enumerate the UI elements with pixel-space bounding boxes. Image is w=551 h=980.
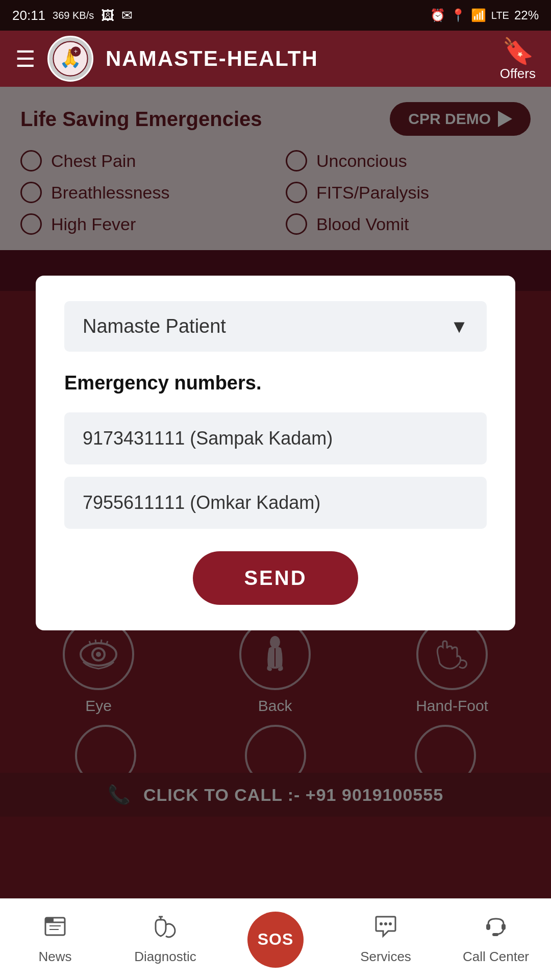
svg-point-22 bbox=[389, 922, 392, 925]
status-location-icon: 📍 bbox=[450, 8, 466, 22]
send-button[interactable]: SEND bbox=[193, 551, 358, 605]
sos-button[interactable]: SOS bbox=[247, 912, 304, 968]
offers-label: Offers bbox=[500, 66, 536, 82]
bookmark-icon[interactable]: 🔖 bbox=[502, 36, 534, 66]
hamburger-icon[interactable]: ☰ bbox=[15, 46, 35, 72]
dropdown-arrow-icon: ▼ bbox=[450, 316, 468, 337]
nav-item-news[interactable]: News bbox=[0, 915, 110, 965]
nav-item-call-center[interactable]: Call Center bbox=[441, 915, 551, 965]
emergency-numbers-title: Emergency numbers. bbox=[64, 372, 487, 394]
patient-dropdown[interactable]: Namaste Patient ▼ bbox=[64, 301, 487, 352]
svg-text:+: + bbox=[74, 48, 78, 55]
nav-label-services: Services bbox=[360, 949, 411, 965]
svg-rect-17 bbox=[45, 918, 54, 922]
services-icon bbox=[374, 915, 397, 944]
status-signal-icon: 📶 bbox=[471, 8, 486, 22]
status-bar: 20:11 369 KB/s 🖼 ✉ ⏰ 📍 📶 LTE 22% bbox=[0, 0, 551, 31]
sos-label: SOS bbox=[258, 930, 294, 949]
diagnostic-icon bbox=[154, 915, 177, 944]
call-center-icon bbox=[484, 915, 508, 944]
nav-label-diagnostic: Diagnostic bbox=[134, 949, 196, 965]
svg-rect-25 bbox=[492, 933, 498, 936]
header: ☰ 🙏 + NAMASTE-HEALTH 🔖 Offers bbox=[0, 31, 551, 87]
svg-point-21 bbox=[380, 922, 383, 925]
nav-label-news: News bbox=[38, 949, 71, 965]
emergency-modal: Namaste Patient ▼ Emergency numbers. 917… bbox=[36, 276, 515, 630]
status-alarm-icon: ⏰ bbox=[430, 8, 445, 22]
app-logo: 🙏 + bbox=[47, 36, 93, 82]
phone-entry-2: 7955611111 (Omkar Kadam) bbox=[64, 477, 487, 529]
app-title: NAMASTE-HEALTH bbox=[106, 46, 318, 71]
nav-label-call-center: Call Center bbox=[463, 949, 529, 965]
status-photo-icon: 🖼 bbox=[101, 8, 114, 23]
status-time: 20:11 bbox=[12, 8, 45, 23]
status-mail-icon: ✉ bbox=[121, 8, 133, 23]
svg-rect-23 bbox=[486, 924, 490, 930]
phone-entry-1: 9173431111 (Sampak Kadam) bbox=[64, 412, 487, 464]
status-lte-icon: LTE bbox=[491, 10, 509, 21]
bottom-nav: News Diagnostic SOS Services bbox=[0, 898, 551, 980]
svg-point-20 bbox=[384, 922, 387, 925]
nav-item-services[interactable]: Services bbox=[331, 915, 441, 965]
nav-item-sos[interactable]: SOS bbox=[220, 912, 331, 968]
nav-item-diagnostic[interactable]: Diagnostic bbox=[110, 915, 220, 965]
news-icon bbox=[43, 915, 67, 944]
status-battery: 22% bbox=[514, 8, 539, 22]
status-data-speed: 369 KB/s bbox=[53, 10, 94, 21]
patient-dropdown-label: Namaste Patient bbox=[83, 315, 226, 337]
